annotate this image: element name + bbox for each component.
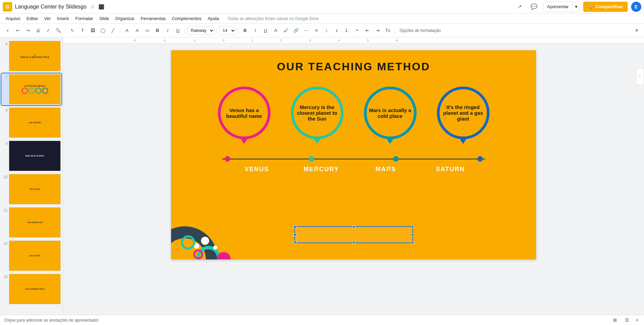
slide-thumb-8[interactable]: 8 OUR CENTERS: [1, 107, 61, 139]
planet-item-mercury: Mercury is the closest planet to the Sun: [291, 87, 344, 139]
planet-label-mars: MARS: [354, 166, 418, 173]
spelling-button[interactable]: ✓: [43, 26, 53, 35]
handle-bl[interactable]: [294, 241, 296, 244]
slide-thumb-9[interactable]: 9 WHAT SETS US APART: [1, 140, 61, 172]
highlight-button[interactable]: 🖊: [281, 26, 291, 35]
activity-icon[interactable]: ↗: [514, 1, 525, 12]
slide-thumb-10[interactable]: 10 THE SCHOOL: [1, 173, 61, 205]
slide-preview-8[interactable]: OUR CENTERS: [9, 107, 61, 138]
menu-slide[interactable]: Slide: [96, 14, 112, 23]
font-selector[interactable]: Raleway: [187, 26, 215, 35]
handle-tl[interactable]: [294, 225, 296, 228]
slide-thumb-13[interactable]: 13 OUR ACADEMIC AREAS: [1, 273, 61, 305]
notes-placeholder[interactable]: Clique para adicionar as anotações do ap…: [4, 318, 99, 323]
handle-tr[interactable]: [411, 225, 414, 228]
bg-color-button[interactable]: A: [122, 26, 132, 35]
add-button[interactable]: ＋: [3, 26, 12, 35]
slide-preview-7[interactable]: OUR TEACHING METHOD: [9, 74, 61, 105]
handle-bc[interactable]: [352, 241, 355, 244]
text-color-button[interactable]: A: [132, 26, 142, 35]
apresentar-button[interactable]: Apresentar ▾: [543, 2, 580, 12]
image-button[interactable]: 🖼: [88, 26, 97, 35]
text-color-button-2[interactable]: A: [271, 26, 280, 35]
compartilhar-button[interactable]: 🔒 Compartilhar: [583, 2, 628, 12]
cursor-button[interactable]: ↖: [68, 26, 77, 35]
menu-ferramentas[interactable]: Ferramentas: [138, 14, 168, 23]
border-button[interactable]: ▭: [143, 26, 152, 35]
list-ol-button[interactable]: 1.: [342, 26, 352, 35]
handle-ml[interactable]: [294, 233, 296, 236]
slides-panel: 6 01 THIS IS A SECTION TITLE 7 OUR TEACH…: [0, 37, 63, 315]
slide-preview-11[interactable]: THE CURRICULUM: [9, 207, 61, 238]
zoom-button[interactable]: 🔍: [54, 26, 63, 35]
menu-organizar[interactable]: Organizar: [112, 14, 137, 23]
selection-box[interactable]: [294, 226, 413, 243]
bold-button[interactable]: B: [153, 26, 162, 35]
slide-preview-10[interactable]: THE SCHOOL: [9, 174, 61, 204]
print-button[interactable]: 🖨: [33, 26, 43, 35]
menu-editar[interactable]: Editar: [24, 14, 41, 23]
redo-button[interactable]: ↪: [23, 26, 33, 35]
slide-preview-inner-12: OUR TUTORS: [9, 241, 60, 271]
apresentar-dropdown[interactable]: ▾: [573, 2, 579, 12]
apresentar-label[interactable]: Apresentar: [543, 2, 573, 12]
timeline-dots: [225, 156, 483, 162]
line-button[interactable]: ╱: [108, 26, 118, 35]
handle-tc[interactable]: [352, 225, 355, 228]
bold-button-2[interactable]: B: [240, 26, 250, 35]
slide-thumb-11[interactable]: 11 THE CURRICULUM: [1, 206, 61, 238]
underline-button-2[interactable]: U: [261, 26, 270, 35]
slide-preview-12[interactable]: OUR TUTORS: [9, 240, 61, 271]
menu-complementos[interactable]: Complementos: [169, 14, 204, 23]
decorative-circles: [171, 205, 239, 259]
spacing-button[interactable]: ↕: [322, 26, 331, 35]
grid-view-button[interactable]: ⊞: [610, 315, 620, 325]
menu-ver[interactable]: Ver: [41, 14, 54, 23]
slide-preview-13[interactable]: OUR ACADEMIC AREAS: [9, 274, 61, 304]
user-avatar[interactable]: E: [631, 2, 641, 12]
columns-button[interactable]: ⫾: [332, 26, 342, 35]
right-panel-toggle[interactable]: ‹: [636, 68, 644, 85]
comments-icon[interactable]: 💬: [529, 1, 539, 12]
bottom-bar: Clique para adicionar as anotações do ap…: [0, 315, 644, 325]
menu-inserir[interactable]: Inserir: [54, 14, 72, 23]
clear-format-button[interactable]: Tx: [383, 26, 392, 35]
handle-br[interactable]: [411, 241, 414, 244]
slide-thumb-6[interactable]: 6 01 THIS IS A SECTION TITLE: [1, 40, 61, 72]
link-button[interactable]: 🔗: [291, 26, 301, 35]
more-button[interactable]: ⋯: [301, 26, 311, 35]
font-size-selector[interactable]: 14: [219, 26, 236, 35]
toolbar: ＋ ↩ ↪ 🖨 ✓ 🔍 ↖ T 🖼 ◯ ╱ A A ▭ B I U Ralewa…: [0, 24, 644, 37]
slide-preview-6[interactable]: 01 THIS IS A SECTION TITLE: [9, 41, 61, 71]
textbox-button[interactable]: T: [78, 26, 87, 35]
star-icon[interactable]: ☆: [89, 3, 96, 10]
slide-thumb-7[interactable]: 7 OUR TEACHING METHOD: [1, 73, 61, 105]
slide-preview-9[interactable]: WHAT SETS US APART: [9, 141, 61, 171]
zoom-plus-button[interactable]: ＋: [634, 317, 640, 324]
shapes-button[interactable]: ◯: [98, 26, 108, 35]
italic-button-2[interactable]: I: [251, 26, 260, 35]
list-ul-button[interactable]: •: [352, 26, 362, 35]
planet-item-saturn: It's the ringed planet and a gas giant: [437, 87, 490, 139]
planet-bubble-saturn: It's the ringed planet and a gas giant: [437, 87, 490, 139]
slide-num-7: 7: [2, 74, 7, 79]
slide-canvas[interactable]: OUR TEACHING METHOD Venus has a beautifu…: [171, 50, 536, 259]
indent-more-button[interactable]: ⇥: [373, 26, 382, 35]
drive-icon[interactable]: ⬛: [98, 3, 105, 10]
collapse-button[interactable]: ✕: [632, 26, 641, 35]
filmstrip-view-button[interactable]: ☰: [622, 315, 632, 325]
menu-arquivo[interactable]: Arquivo: [3, 14, 23, 23]
planet-item-mars: Mars is actually a cold place: [364, 87, 417, 139]
handle-mr[interactable]: [411, 233, 414, 236]
timeline-dot-mercury: [309, 156, 314, 162]
italic-button[interactable]: I: [163, 26, 172, 35]
undo-button[interactable]: ↩: [13, 26, 22, 35]
slide-preview-inner-6: 01 THIS IS A SECTION TITLE: [9, 41, 60, 71]
top-bar: G Language Center by Slidesgo ☆ ⬛ ↗ 💬 Ap…: [0, 0, 644, 14]
slide-thumb-12[interactable]: 12 OUR TUTORS: [1, 240, 61, 272]
align-button[interactable]: ≡: [312, 26, 321, 35]
menu-ajuda[interactable]: Ajuda: [205, 14, 222, 23]
indent-less-button[interactable]: ⇤: [363, 26, 372, 35]
menu-formatar[interactable]: Formatar: [73, 14, 96, 23]
underline-button[interactable]: U: [173, 26, 183, 35]
